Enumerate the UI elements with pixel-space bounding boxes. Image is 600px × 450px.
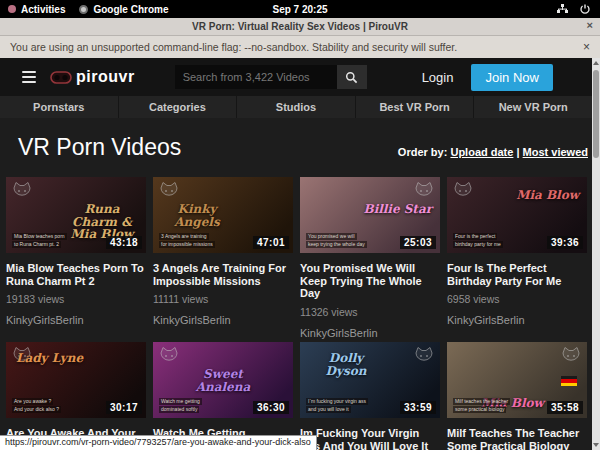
vr-goggles-icon — [50, 71, 72, 84]
duration-badge: 35:58 — [547, 401, 583, 414]
studio-link[interactable]: KinkyGirlsBerlin — [447, 314, 587, 326]
thumbnail-caption: Are you awake ?And your dick also ? — [12, 397, 61, 413]
duration-badge: 33:59 — [400, 401, 436, 414]
window-title-bar: VR Porn: Virtual Reality Sex Videos | Pi… — [0, 18, 600, 36]
activities-label: Activities — [21, 4, 65, 15]
distro-dot-icon — [8, 5, 16, 13]
window-close-icon[interactable]: × — [587, 19, 593, 31]
video-title-link[interactable]: 3 Angels Are Training For Impossible Mis… — [153, 262, 293, 287]
nav-item-studios[interactable]: Studios — [236, 96, 355, 118]
scrollbar[interactable] — [592, 58, 600, 450]
nav-item-best-vr-porn[interactable]: Best VR Porn — [355, 96, 474, 118]
studio-link[interactable]: KinkyGirlsBerlin — [153, 314, 293, 326]
join-now-button[interactable]: Join Now — [471, 64, 552, 91]
page-title: VR Porn Videos — [18, 134, 181, 161]
chrome-icon — [79, 5, 88, 14]
app-menu-button[interactable]: Google Chrome — [79, 4, 168, 15]
cat-mask-logo-icon — [453, 182, 473, 200]
video-title-link[interactable]: Im Fucking Your Virgin Ass And You Will … — [300, 427, 440, 450]
app-menu-label: Google Chrome — [93, 4, 168, 15]
site-header: pirouvr Login Join Now — [0, 58, 600, 96]
activities-button[interactable]: Activities — [8, 4, 65, 15]
duration-badge: 39:36 — [547, 236, 583, 249]
video-thumbnail[interactable]: Dolly Dyson I`m fucking your virgin assa… — [300, 342, 440, 418]
search-icon — [345, 71, 358, 84]
thumbnail-performer-name: Kinky Angels — [161, 203, 233, 228]
video-card: Billie Star You promised we willkeep try… — [300, 177, 440, 339]
video-thumbnail[interactable]: Billie Star You promised we willkeep try… — [300, 177, 440, 253]
system-top-bar: Activities Google Chrome Sep 7 20:25 — [0, 0, 600, 18]
video-thumbnail[interactable]: Kinky Angels 3 Angels are trainingfor im… — [153, 177, 293, 253]
scrollbar-thumb[interactable] — [593, 70, 599, 158]
video-thumbnail[interactable]: Runa Charm & Mia Blow Mia Blow teaches p… — [6, 177, 146, 253]
scroll-down-icon[interactable] — [593, 443, 599, 447]
order-separator: | — [516, 146, 519, 158]
thumbnail-caption: You promised we willkeep trying the whol… — [306, 232, 367, 248]
video-thumbnail[interactable]: Lady Lyne Are you awake ?And your dick a… — [6, 342, 146, 418]
network-icon[interactable] — [557, 4, 568, 14]
video-card: Kinky Angels 3 Angels are trainingfor im… — [153, 177, 293, 339]
thumbnail-performer-name: Sweet Analena — [188, 368, 258, 393]
cat-mask-logo-icon — [12, 182, 32, 200]
video-thumbnail[interactable]: Sweet Analena Watch me gettingdominated … — [153, 342, 293, 418]
thumbnail-caption: Milf teaches the teachersome practical b… — [453, 397, 510, 413]
video-card: Dolly Dyson I`m fucking your virgin assa… — [300, 342, 440, 450]
video-card: Runa Charm & Mia Blow Mia Blow teaches p… — [6, 177, 146, 339]
logo-text: pirouvr — [76, 68, 135, 86]
window-title: VR Porn: Virtual Reality Sex Videos | Pi… — [192, 21, 408, 32]
video-card: Mia Blow Four is the perfectbirthday par… — [447, 177, 587, 339]
order-by-label: Order by: — [398, 146, 448, 158]
duration-badge: 47:01 — [253, 236, 289, 249]
video-card: Lady Lyne Are you awake ?And your dick a… — [6, 342, 146, 450]
thumbnail-caption: 3 Angels are trainingfor impossible miss… — [159, 232, 215, 248]
nav-item-new-vr-porn[interactable]: New VR Porn — [473, 96, 592, 118]
video-title-link[interactable]: Milf Teaches The Teacher Some Practical … — [447, 427, 587, 450]
thumbnail-performer-name: Mia Blow — [516, 189, 579, 202]
studio-link[interactable]: KinkyGirlsBerlin — [6, 314, 146, 326]
thumbnail-caption: I`m fucking your virgin assand you will … — [306, 397, 368, 413]
video-thumbnail[interactable]: Mia Blow Milf teaches the teachersome pr… — [447, 342, 587, 418]
power-icon[interactable] — [580, 4, 590, 15]
cat-mask-logo-icon — [159, 347, 179, 365]
cat-mask-logo-icon — [561, 347, 581, 365]
video-card: Sweet Analena Watch me gettingdominated … — [153, 342, 293, 450]
thumbnail-caption: Watch me gettingdominated softly — [159, 397, 202, 413]
video-views: 11326 views — [300, 306, 440, 318]
duration-badge: 30:17 — [106, 401, 142, 414]
hamburger-menu-icon[interactable] — [22, 71, 36, 83]
status-url: https://pirouvr.com/vr-porn-video/779325… — [0, 435, 317, 450]
video-grid: Runa Charm & Mia Blow Mia Blow teaches p… — [6, 177, 594, 450]
cat-mask-logo-icon — [159, 182, 179, 200]
video-title-link[interactable]: Four Is The Perfect Birthday Party For M… — [447, 262, 587, 287]
cat-mask-logo-icon — [414, 347, 434, 365]
duration-badge: 43:18 — [106, 236, 142, 249]
order-upload-date-link[interactable]: Upload date — [450, 146, 513, 158]
thumbnail-caption: Mia Blow teaches pornto Runa Charm pt. 2 — [12, 232, 67, 248]
german-flag-icon — [561, 376, 577, 386]
thumbnail-performer-name: Billie Star — [364, 203, 433, 216]
video-views: 11111 views — [153, 293, 293, 305]
video-title-link[interactable]: You Promised We Will Keep Trying The Who… — [300, 262, 440, 300]
video-views: 19183 views — [6, 293, 146, 305]
duration-badge: 36:30 — [253, 401, 289, 414]
order-most-viewed-link[interactable]: Most viewed — [523, 146, 588, 158]
video-title-link[interactable]: Mia Blow Teaches Porn To Runa Charm Pt 2 — [6, 262, 146, 287]
order-by: Order by: Upload date | Most viewed — [398, 146, 588, 161]
warning-close-icon[interactable]: × — [583, 40, 590, 54]
search-input[interactable] — [175, 65, 337, 89]
nav-item-categories[interactable]: Categories — [118, 96, 237, 118]
site-logo[interactable]: pirouvr — [50, 68, 135, 86]
page-content: VR Porn Videos Order by: Upload date | M… — [0, 134, 600, 450]
video-thumbnail[interactable]: Mia Blow Four is the perfectbirthday par… — [447, 177, 587, 253]
studio-link[interactable]: KinkyGirlsBerlin — [300, 327, 440, 339]
scroll-up-icon[interactable] — [593, 61, 599, 65]
login-link[interactable]: Login — [422, 70, 454, 85]
search-button[interactable] — [337, 65, 367, 89]
thumbnail-caption: Four is the perfectbirthday party for me — [453, 232, 503, 248]
video-views: 6958 views — [447, 293, 587, 305]
duration-badge: 25:03 — [400, 236, 436, 249]
chrome-warning-bar: You are using an unsupported command-lin… — [0, 36, 600, 58]
nav-item-pornstars[interactable]: Pornstars — [0, 96, 118, 118]
clock[interactable]: Sep 7 20:25 — [272, 4, 327, 15]
video-card: Mia Blow Milf teaches the teachersome pr… — [447, 342, 587, 450]
